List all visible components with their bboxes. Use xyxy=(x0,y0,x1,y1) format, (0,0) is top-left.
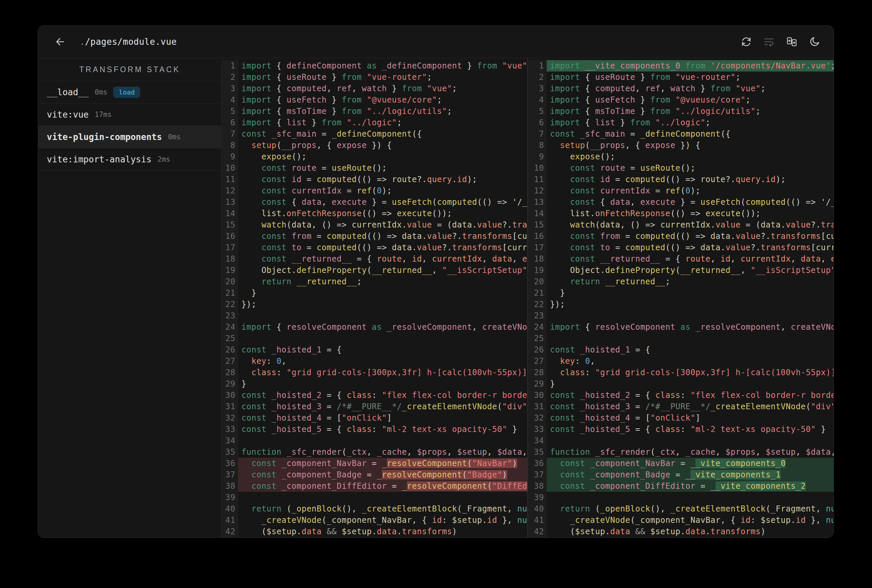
code-text: import { list } from "../logic"; xyxy=(238,117,527,128)
code-text: const currentIdx = ref(0); xyxy=(238,185,527,196)
code-text: const _hoisted_2 = { class: "flex flex-c… xyxy=(547,390,834,401)
line-number: 40 xyxy=(528,503,547,514)
code-line: 38 const _component_DiffEditor = __vite_… xyxy=(528,480,834,492)
editor-left[interactable]: 1import { defineComponent as _defineComp… xyxy=(222,58,527,537)
sidebar: TRANSFORM STACK __load__0msloadvite:vue1… xyxy=(38,58,222,537)
code-text: class: "grid grid-cols-[300px,3fr] h-[ca… xyxy=(547,367,834,378)
code-line: 31const _hoisted_3 = /*#__PURE__*/_creat… xyxy=(528,401,834,412)
code-line: 6import { list } from "../logic"; xyxy=(528,117,834,128)
line-number: 7 xyxy=(528,128,547,140)
code-text: import { useFetch } from "@vueuse/core"; xyxy=(547,94,834,106)
code-line: 25 xyxy=(528,333,834,344)
line-number: 2 xyxy=(528,72,547,83)
code-line: 26const _hoisted_1 = { xyxy=(528,344,834,356)
code-line: 21 } xyxy=(528,287,834,298)
line-number: 14 xyxy=(222,208,238,219)
code-text: Object.defineProperty(__returned__, "__i… xyxy=(238,265,527,276)
code-text: ($setup.data && $setup.data.transforms) xyxy=(547,526,834,537)
page-title-dot: . xyxy=(80,37,85,47)
line-number: 26 xyxy=(222,344,238,356)
code-line: 25 xyxy=(222,333,527,344)
code-text: import { list } from "../logic"; xyxy=(547,117,834,128)
line-number: 37 xyxy=(222,469,238,480)
code-text: setup(__props, { expose }) { xyxy=(547,140,834,151)
code-line: 31const _hoisted_3 = /*#__PURE__*/_creat… xyxy=(222,401,527,412)
line-number: 33 xyxy=(222,424,238,435)
code-text: const _sfc_main = _defineComponent({ xyxy=(547,128,834,140)
code-line: 40 return (_openBlock(), _createElementB… xyxy=(528,503,834,514)
line-number: 30 xyxy=(222,390,238,401)
code-text: import { computed, ref, watch } from "vu… xyxy=(547,83,834,94)
code-line: 36 const _component_NavBar = _resolveCom… xyxy=(222,458,527,469)
code-line: 39 xyxy=(528,492,834,503)
moon-icon[interactable] xyxy=(809,36,820,48)
line-number: 14 xyxy=(528,208,547,219)
code-text: list.onFetchResponse(() => execute()); xyxy=(547,208,834,219)
back-arrow-icon xyxy=(54,36,66,48)
line-number: 10 xyxy=(222,162,238,174)
content: TRANSFORM STACK __load__0msloadvite:vue1… xyxy=(38,58,834,537)
code-text: const from = computed(() => data.value?.… xyxy=(547,231,834,242)
code-line: 26const _hoisted_1 = { xyxy=(222,344,527,356)
code-line: 22}); xyxy=(222,298,527,310)
split-diff-icon[interactable] xyxy=(786,36,797,48)
line-number: 8 xyxy=(222,140,238,151)
sidebar-item-load[interactable]: __load__0msload xyxy=(38,81,221,104)
code-line: 23 xyxy=(528,310,834,321)
line-number: 25 xyxy=(222,333,238,344)
code-line: 33const _hoisted_5 = { class: "ml-2 text… xyxy=(222,424,527,435)
line-number: 29 xyxy=(222,378,238,390)
sidebar-item-vite-vue[interactable]: vite:vue17ms xyxy=(38,104,221,126)
sidebar-item-vite-plugin-components[interactable]: vite-plugin-components0ms xyxy=(38,126,221,148)
code-text: const _hoisted_4 = ["onClick"] xyxy=(547,412,834,424)
code-line: 23 xyxy=(222,310,527,321)
line-number: 18 xyxy=(222,253,238,265)
code-text: const _component_Badge = __vite_componen… xyxy=(547,469,834,480)
code-text xyxy=(547,310,834,321)
page-title: ./pages/module.vue xyxy=(80,37,177,47)
code-text: expose(); xyxy=(547,151,834,162)
line-number: 12 xyxy=(222,185,238,196)
code-text: import { resolveComponent as _resolveCom… xyxy=(238,321,527,333)
back-button[interactable] xyxy=(54,36,66,48)
refresh-icon[interactable] xyxy=(741,36,752,48)
code-line: 30const _hoisted_2 = { class: "flex flex… xyxy=(222,390,527,401)
toolbar-icons xyxy=(741,36,820,48)
line-number: 5 xyxy=(528,106,547,117)
code-text: import { resolveComponent as _resolveCom… xyxy=(547,321,834,333)
code-text: const _hoisted_3 = /*#__PURE__*/_createE… xyxy=(547,401,834,412)
code-line: 21 } xyxy=(222,287,527,298)
code-line: 35function _sfc_render(_ctx, _cache, $pr… xyxy=(222,446,527,458)
topbar: ./pages/module.vue xyxy=(38,26,834,58)
editor-right[interactable]: 1import __vite_components_0 from '/compo… xyxy=(528,58,834,537)
code-line: 1import __vite_components_0 from '/compo… xyxy=(528,60,834,72)
code-text: const _component_DiffEditor = __vite_com… xyxy=(547,480,834,492)
code-text: const _component_DiffEditor = _resolveCo… xyxy=(238,480,527,492)
sidebar-item-vite-import-analysis[interactable]: vite:import-analysis2ms xyxy=(38,148,221,171)
code-text: } xyxy=(547,287,834,298)
code-text: const _hoisted_4 = ["onClick"] xyxy=(238,412,527,424)
code-line: 15 watch(data, () => currentIdx.value = … xyxy=(528,219,834,231)
code-text: const _hoisted_3 = /*#__PURE__*/_createE… xyxy=(238,401,527,412)
code-line: 42 ($setup.data && $setup.data.transform… xyxy=(528,526,834,537)
line-number: 38 xyxy=(222,480,238,492)
code-line: 1import { defineComponent as _defineComp… xyxy=(222,60,527,72)
line-number: 3 xyxy=(528,83,547,94)
line-number: 41 xyxy=(222,514,238,526)
code-text: watch(data, () => currentIdx.value = (da… xyxy=(547,219,834,231)
code-text: const _hoisted_2 = { class: "flex flex-c… xyxy=(238,390,527,401)
line-number: 24 xyxy=(528,321,547,333)
line-number: 9 xyxy=(528,151,547,162)
line-number: 9 xyxy=(222,151,238,162)
code-line: 38 const _component_DiffEditor = _resolv… xyxy=(222,480,527,492)
line-number: 42 xyxy=(222,526,238,537)
line-number: 8 xyxy=(528,140,547,151)
code-line: 18 const __returned__ = { route, id, cur… xyxy=(222,253,527,265)
word-wrap-icon[interactable] xyxy=(763,36,775,48)
line-number: 22 xyxy=(528,298,547,310)
code-text: const _hoisted_1 = { xyxy=(238,344,527,356)
code-line: 22}); xyxy=(528,298,834,310)
code-line: 8 setup(__props, { expose }) { xyxy=(222,140,527,151)
code-line: 6import { list } from "../logic"; xyxy=(222,117,527,128)
line-number: 19 xyxy=(528,265,547,276)
